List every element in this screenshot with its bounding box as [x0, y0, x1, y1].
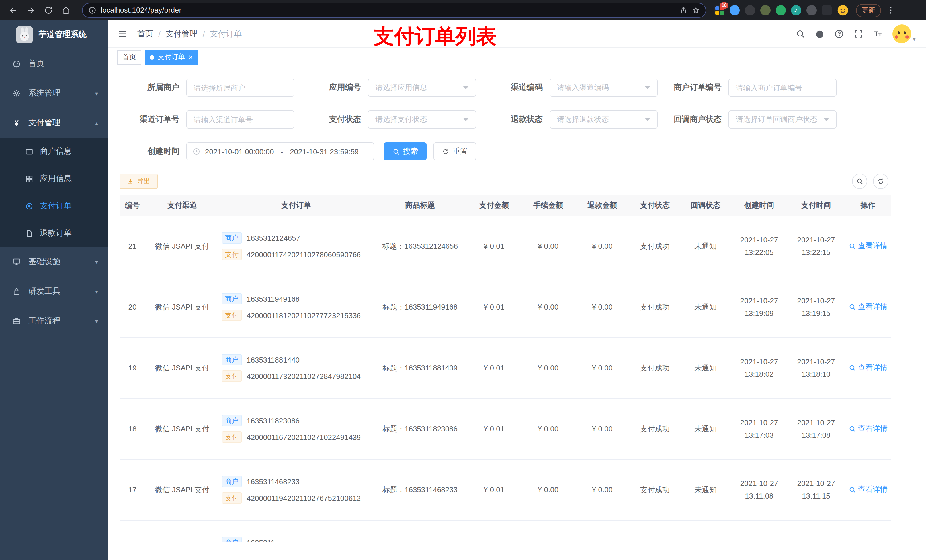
- cell-refund: [575, 520, 629, 542]
- date-end[interactable]: 2021-10-31 23:59:59: [290, 147, 359, 155]
- sidebar-item-devtools[interactable]: 研发工具 ▾: [0, 276, 108, 306]
- sidebar-item-pay-order[interactable]: 支付订单: [0, 192, 108, 220]
- github-icon[interactable]: [815, 29, 825, 39]
- sidebar-toggle-icon[interactable]: [117, 29, 128, 39]
- chevron-down-icon: ▾: [95, 288, 98, 294]
- merchant-order-no: 1635311: [247, 538, 275, 542]
- channel-order-no: 4200001173202110272847982104: [247, 372, 361, 380]
- refresh-icon: [877, 178, 884, 185]
- tags-view: 首页 支付订单 ×: [108, 48, 926, 67]
- table-row: 21 微信 JSAPI 支付 商户 1635312124657 支付: [120, 216, 891, 276]
- cell-amount: ¥ 0.01: [467, 338, 521, 398]
- site-info-icon[interactable]: [88, 6, 96, 14]
- merchant-order-no: 1635311949168: [247, 294, 300, 303]
- cell-refund: ¥ 0.00: [575, 398, 629, 459]
- refund-status-select[interactable]: 请选择退款状态: [549, 110, 658, 128]
- search-button[interactable]: 搜索: [384, 142, 427, 160]
- extension-icon-7[interactable]: [806, 5, 817, 15]
- date-start[interactable]: 2021-10-01 00:00:00: [205, 147, 274, 155]
- user-menu[interactable]: ▾: [893, 24, 916, 43]
- address-bar[interactable]: localhost:1024/pay/order: [82, 3, 706, 18]
- share-icon[interactable]: [679, 6, 687, 14]
- table-row: 20 微信 JSAPI 支付 商户 1635311949168 支付: [120, 276, 891, 338]
- reset-button[interactable]: 重置: [433, 142, 476, 160]
- cell-id: 18: [120, 398, 145, 459]
- merchant-filter-input[interactable]: [186, 78, 294, 97]
- extension-icon-6[interactable]: ✓: [791, 5, 801, 15]
- extensions-bar: 10 ✓ 更新: [714, 4, 895, 17]
- export-button[interactable]: 导出: [120, 174, 158, 189]
- view-detail-link[interactable]: 查看详情: [848, 424, 888, 434]
- cell-fee: [521, 520, 575, 542]
- search-icon[interactable]: [796, 29, 805, 39]
- browser-menu-icon[interactable]: [886, 6, 895, 15]
- cell-refund: ¥ 0.00: [575, 459, 629, 520]
- col-notify-status: 回调状态: [681, 195, 731, 216]
- refresh-button[interactable]: [873, 174, 888, 189]
- cell-fee: ¥ 0.00: [521, 216, 575, 276]
- url-text[interactable]: localhost:1024/pay/order: [101, 6, 675, 14]
- cell-channel: 微信 JSAPI 支付: [145, 216, 219, 276]
- breadcrumb-pay-manage[interactable]: 支付管理: [166, 29, 198, 39]
- app-filter-select[interactable]: 请选择应用信息: [368, 78, 476, 97]
- extension-icon-5[interactable]: [776, 5, 786, 15]
- view-detail-link[interactable]: 查看详情: [848, 485, 888, 495]
- cell-create-time: 2021-10-2713:11:08: [731, 459, 788, 520]
- sidebar-item-refund-order[interactable]: 退款订单: [0, 220, 108, 247]
- sidebar-item-home[interactable]: 首页: [0, 49, 108, 78]
- toggle-search-button[interactable]: [852, 174, 867, 189]
- extension-icon-1[interactable]: 10: [714, 5, 725, 15]
- extension-icon-4[interactable]: [760, 5, 770, 15]
- pay-status-select[interactable]: 请选择支付状态: [368, 110, 476, 128]
- cell-id: 17: [120, 459, 145, 520]
- question-icon[interactable]: [834, 29, 844, 39]
- sidebar-item-system[interactable]: 系统管理 ▾: [0, 78, 108, 108]
- bookmark-star-icon[interactable]: [692, 6, 700, 14]
- cell-order: 商户 1635311 支付: [219, 520, 373, 542]
- channel-order-no: 4200001194202110276752100612: [247, 494, 361, 502]
- chevron-down-icon: [463, 118, 469, 121]
- browser-update-button[interactable]: 更新: [856, 4, 881, 17]
- cell-pay-time: 2021-10-2713:11:15: [788, 459, 844, 520]
- view-detail-link[interactable]: 查看详情: [848, 302, 888, 312]
- extension-icon-2[interactable]: [729, 5, 740, 15]
- sidebar-item-infra[interactable]: 基础设施 ▾: [0, 247, 108, 276]
- page-content: 所属商户 应用编号 请选择应用信息 渠道编码 请输入渠道编码 商户订单编号 渠道…: [108, 67, 926, 560]
- view-detail-link[interactable]: 查看详情: [848, 363, 888, 373]
- filter-row-time: 创建时间 2021-10-01 00:00:00 - 2021-10-31 23…: [120, 142, 915, 160]
- user-avatar[interactable]: [893, 24, 911, 43]
- channel-order-no-input[interactable]: [186, 110, 294, 128]
- tab-home[interactable]: 首页: [117, 50, 141, 65]
- fullscreen-icon[interactable]: [854, 29, 863, 39]
- sidebar-item-app-info[interactable]: 应用信息: [0, 165, 108, 192]
- sidebar-item-merchant-info[interactable]: 商户信息: [0, 138, 108, 165]
- notify-status-select[interactable]: 请选择订单回调商户状态: [728, 110, 837, 128]
- channel-code-select[interactable]: 请输入渠道编码: [549, 78, 658, 97]
- col-id: 编号: [120, 195, 145, 216]
- create-time-range-picker[interactable]: 2021-10-01 00:00:00 - 2021-10-31 23:59:5…: [186, 142, 374, 160]
- date-separator: -: [278, 147, 285, 155]
- back-icon[interactable]: [6, 3, 21, 18]
- search-icon: [848, 303, 856, 311]
- cell-notify-status: 未通知: [681, 398, 731, 459]
- forward-icon[interactable]: [23, 3, 38, 18]
- document-icon: [25, 229, 33, 238]
- sidebar-item-workflow[interactable]: 工作流程 ▾: [0, 306, 108, 336]
- merchant-order-no-input[interactable]: [728, 78, 837, 97]
- home-icon[interactable]: [59, 3, 73, 18]
- reload-icon[interactable]: [41, 3, 56, 18]
- view-detail-link[interactable]: 查看详情: [848, 241, 888, 251]
- sidebar-item-payment[interactable]: 支付管理 ▴: [0, 108, 108, 138]
- extension-icon-8[interactable]: [822, 5, 832, 15]
- dashboard-icon: [12, 59, 21, 68]
- clock-icon: [192, 147, 200, 155]
- font-size-icon[interactable]: [873, 29, 883, 39]
- extension-icon-3[interactable]: [745, 5, 755, 15]
- browser-profile-avatar[interactable]: [837, 5, 849, 16]
- cell-pay-status: 支付成功: [629, 276, 681, 338]
- close-icon[interactable]: ×: [189, 53, 193, 61]
- breadcrumb-home[interactable]: 首页: [137, 29, 153, 39]
- cell-notify-status: 未通知: [681, 216, 731, 276]
- channel-tag: 支付: [221, 249, 242, 260]
- tab-pay-order[interactable]: 支付订单 ×: [145, 50, 198, 65]
